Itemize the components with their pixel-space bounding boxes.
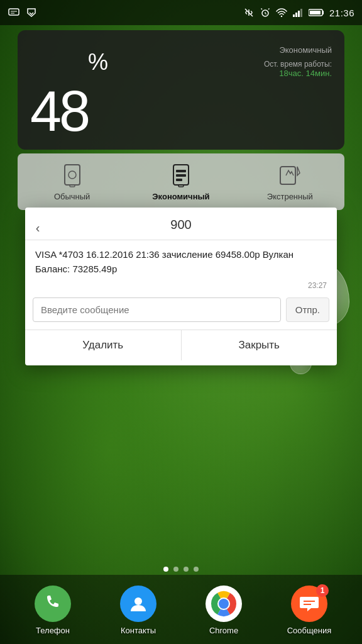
svg-rect-17 <box>178 185 184 187</box>
delete-button[interactable]: Удалить <box>25 330 182 360</box>
dialog-message: VISA *4703 16.12.2016 21:36 зачисление 6… <box>25 240 337 279</box>
mode-economic-label: Экономичный <box>152 192 209 201</box>
phone-icon <box>35 586 71 622</box>
wifi-icon <box>275 8 288 18</box>
mode-emergency[interactable]: Экстренный <box>236 163 344 201</box>
dialog-timestamp: 23:27 <box>25 279 337 292</box>
page-indicators <box>0 567 362 572</box>
contacts-icon <box>120 586 156 622</box>
mode-emergency-icon <box>277 163 302 188</box>
battery-remaining-label: Ост. время работы: <box>264 60 332 69</box>
dock-phone-label: Телефон <box>36 626 70 635</box>
svg-rect-5 <box>295 13 297 17</box>
battery-info: Экономичный Ост. время работы: 18час. 14… <box>264 40 332 140</box>
dock-contacts-label: Контакты <box>121 626 156 635</box>
svg-rect-0 <box>9 9 19 15</box>
status-time: 21:36 <box>329 8 354 18</box>
dock-phone[interactable]: Телефон <box>28 586 78 635</box>
svg-rect-4 <box>293 14 295 17</box>
dialog-action-buttons: Удалить Закрыть <box>25 330 337 360</box>
page-dot-3 <box>184 567 189 572</box>
battery-mode: Экономичный <box>264 45 332 55</box>
battery-percent: 48 <box>30 83 88 140</box>
chrome-icon <box>206 586 242 622</box>
dock-messages[interactable]: 1 Сообщения <box>284 586 334 635</box>
svg-rect-16 <box>176 179 182 181</box>
message-status-icon <box>8 8 20 18</box>
back-arrow-icon[interactable]: ‹ <box>25 215 50 240</box>
svg-point-11 <box>69 171 76 179</box>
svg-rect-15 <box>176 174 186 177</box>
page-dot-2 <box>173 567 178 572</box>
svg-rect-10 <box>65 165 80 185</box>
svg-rect-12 <box>70 185 75 187</box>
mode-normal-icon <box>60 163 85 188</box>
mode-selector: Обычный Экономичный Экстренный <box>18 153 344 210</box>
svg-rect-7 <box>300 9 302 17</box>
mode-economic[interactable]: Экономичный <box>126 163 235 201</box>
pocket-status-icon <box>25 8 38 18</box>
message-input[interactable] <box>33 297 281 322</box>
battery-status-icon <box>308 8 326 18</box>
dock: Телефон Контакты <box>0 575 362 644</box>
page-dot-4 <box>194 567 199 572</box>
messages-badge: 1 <box>316 584 329 597</box>
svg-rect-9 <box>310 11 321 14</box>
svg-rect-14 <box>176 170 186 172</box>
dock-messages-label: Сообщения <box>287 626 332 635</box>
svg-point-22 <box>219 599 229 609</box>
page-dot-1 <box>163 567 168 572</box>
mode-emergency-label: Экстренный <box>267 192 313 201</box>
close-button[interactable]: Закрыть <box>182 330 337 360</box>
dock-chrome[interactable]: Chrome <box>199 586 249 635</box>
mute-icon <box>243 8 255 18</box>
send-button[interactable]: Отпр. <box>286 297 329 322</box>
dock-chrome-label: Chrome <box>209 626 238 635</box>
battery-symbol: % <box>88 49 108 75</box>
battery-widget: 48 % Экономичный Ост. время работы: 18ча… <box>18 30 344 150</box>
status-right-icons: 21:36 <box>243 8 354 18</box>
messages-icon: 1 <box>291 586 327 622</box>
status-left-icons <box>8 8 38 18</box>
sms-dialog: ‹ 900 VISA *4703 16.12.2016 21:36 зачисл… <box>25 208 337 365</box>
svg-point-19 <box>134 597 142 605</box>
svg-point-3 <box>281 16 282 17</box>
dialog-input-row: Отпр. <box>25 292 337 327</box>
mode-normal-label: Обычный <box>54 192 90 201</box>
signal-icon <box>292 8 304 18</box>
mode-economic-icon <box>168 163 194 188</box>
alarm-icon <box>259 8 272 18</box>
mode-normal[interactable]: Обычный <box>18 163 126 201</box>
dock-contacts[interactable]: Контакты <box>113 586 163 635</box>
svg-rect-6 <box>298 11 300 17</box>
battery-remaining-value: 18час. 14мин. <box>264 69 332 78</box>
status-bar: 21:36 <box>0 0 362 25</box>
dialog-title: 900 <box>25 208 337 240</box>
